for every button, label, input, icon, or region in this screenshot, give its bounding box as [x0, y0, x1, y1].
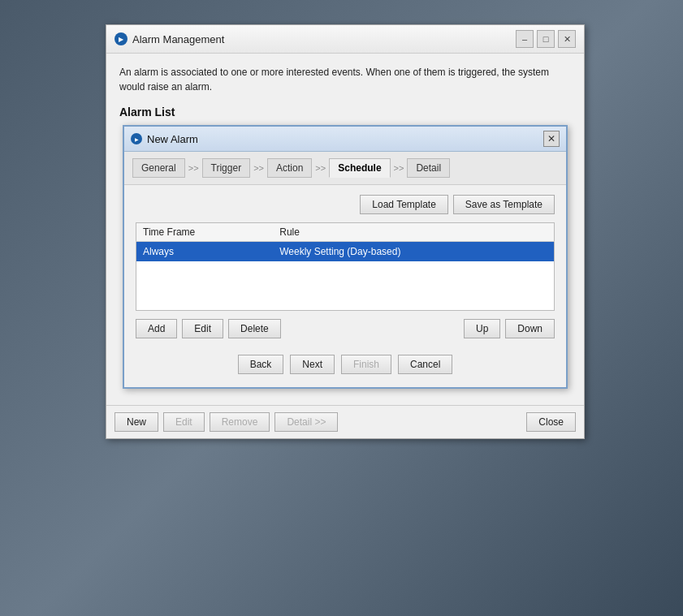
arrow-1: >> — [187, 163, 201, 173]
back-button[interactable]: Back — [238, 355, 284, 374]
next-button[interactable]: Next — [290, 355, 335, 374]
table-row-empty-2 — [136, 278, 555, 294]
arrow-2: >> — [252, 163, 266, 173]
nav-buttons: Back Next Finish Cancel — [136, 350, 555, 377]
arrow-4: >> — [392, 163, 406, 173]
load-template-button[interactable]: Load Template — [360, 195, 448, 214]
col-rule: Rule — [273, 223, 554, 242]
cell-time-frame: Always — [136, 242, 274, 262]
dialog-close-button[interactable]: ✕ — [543, 131, 560, 147]
col-time-frame: Time Frame — [136, 223, 274, 242]
action-buttons: Add Edit Delete Up Down — [136, 319, 555, 338]
bottom-bar: New Edit Remove Detail >> Close — [106, 405, 584, 438]
dialog-title-left: New Alarm — [131, 133, 198, 145]
table-row-empty-1 — [136, 261, 555, 278]
template-buttons: Load Template Save as Template — [136, 195, 555, 214]
schedule-table: Time Frame Rule Always Weekly Setting (D… — [136, 222, 555, 311]
delete-button[interactable]: Delete — [228, 319, 281, 338]
tabs-row: General >> Trigger >> Action >> Schedule… — [124, 152, 566, 185]
main-content: An alarm is associated to one or more in… — [106, 54, 584, 405]
main-title: Alarm Management — [132, 33, 224, 45]
cancel-button[interactable]: Cancel — [398, 355, 452, 374]
remove-button[interactable]: Remove — [210, 412, 270, 432]
new-alarm-dialog: New Alarm ✕ General >> Trigger >> Action… — [123, 125, 568, 389]
tab-schedule[interactable]: Schedule — [329, 158, 390, 178]
tab-general[interactable]: General — [132, 158, 185, 178]
close-main-button[interactable]: Close — [526, 412, 576, 432]
close-button[interactable]: ✕ — [558, 30, 576, 48]
app-icon — [115, 32, 128, 45]
up-button[interactable]: Up — [464, 319, 500, 338]
titlebar-controls: – □ ✕ — [516, 30, 576, 48]
arrow-3: >> — [313, 163, 327, 173]
dialog-titlebar: New Alarm ✕ — [124, 127, 566, 152]
finish-button[interactable]: Finish — [341, 355, 391, 374]
dialog-title: New Alarm — [147, 133, 198, 145]
description-text: An alarm is associated to one or more in… — [119, 65, 571, 94]
tab-trigger[interactable]: Trigger — [202, 158, 251, 178]
edit-button[interactable]: Edit — [163, 412, 205, 432]
save-template-button[interactable]: Save as Template — [453, 195, 555, 214]
main-titlebar: Alarm Management – □ ✕ — [106, 25, 584, 54]
title-left: Alarm Management — [115, 32, 224, 45]
maximize-button[interactable]: □ — [537, 30, 555, 48]
tab-detail[interactable]: Detail — [407, 158, 450, 178]
main-window: Alarm Management – □ ✕ An alarm is assoc… — [106, 24, 585, 439]
dialog-icon — [131, 133, 142, 144]
down-button[interactable]: Down — [505, 319, 555, 338]
table-row[interactable]: Always Weekly Setting (Day-based) — [136, 242, 555, 262]
minimize-button[interactable]: – — [516, 30, 534, 48]
add-button[interactable]: Add — [136, 319, 177, 338]
cell-rule: Weekly Setting (Day-based) — [273, 242, 554, 262]
new-button[interactable]: New — [115, 412, 158, 432]
edit-schedule-button[interactable]: Edit — [182, 319, 223, 338]
section-title: Alarm List — [119, 106, 571, 118]
table-row-empty-3 — [136, 294, 555, 310]
tab-action[interactable]: Action — [267, 158, 312, 178]
detail-button[interactable]: Detail >> — [274, 412, 338, 432]
dialog-body: Load Template Save as Template Time Fram… — [124, 185, 566, 387]
